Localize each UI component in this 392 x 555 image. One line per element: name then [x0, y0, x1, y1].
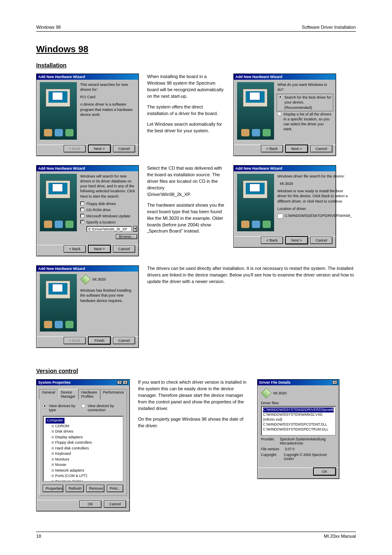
location-input[interactable]: E:\Driver\Win98_2k_XP: [86, 226, 131, 232]
wiz4-line2: Windows is now ready to install the best…: [277, 189, 352, 203]
tree-node[interactable]: Floppy disk controllers: [51, 440, 120, 446]
system-properties-window: System Properties ? × General Device Man…: [36, 379, 130, 511]
wizard-step2-window: Add New Hardware Wizard What do you want…: [233, 74, 336, 156]
driver-files-label: Driver files:: [261, 401, 336, 405]
footer-manual-name: MI.20xx Manual: [324, 534, 356, 539]
radio-view-by-type[interactable]: View devices by type: [43, 404, 76, 412]
wizard-side-graphic: [40, 82, 77, 140]
drvdetails-title: Driver File Details: [259, 380, 291, 385]
properties-button[interactable]: Properties: [43, 485, 63, 492]
wizard-side-graphic: [237, 82, 274, 140]
text-block-3: The drivers can be used directly after i…: [147, 265, 356, 289]
wiz5-device: MI.3020: [92, 277, 106, 282]
page-footer: 18 MI.20xx Manual: [36, 532, 356, 539]
text-block-4: If you want to check which driver versio…: [138, 379, 249, 433]
back-button[interactable]: < Back: [64, 337, 86, 344]
driver-file-entry[interactable]: C:\WINDOWS\SYSTEM\SPCSTDNT.DLL: [263, 422, 334, 427]
wizard-step3-window: Add New Hardware Wizard Windows will sea…: [36, 165, 139, 256]
header-left: Windows 98: [36, 25, 61, 30]
wizard-step5-window: Add New Hardware Wizard MI.3020 Windows …: [36, 265, 139, 348]
tab-device-manager[interactable]: Device Manager: [58, 389, 78, 399]
driver-files-list[interactable]: C:\WINDOWS\SYSTEM32\DRIVERS\Spcwdm.sysC:…: [261, 406, 336, 435]
tabs: General Device Manager Hardware Profiles…: [39, 389, 127, 399]
radio-display-list[interactable]: Display a list of all the drivers in a s…: [277, 112, 332, 132]
radio-view-by-connection[interactable]: View devices by connection: [81, 404, 123, 412]
footer-page-number: 18: [36, 534, 41, 539]
tree-node[interactable]: Network adapters: [51, 468, 120, 474]
radio-dot-icon: [277, 112, 281, 116]
driver-file-entry[interactable]: C:\WINDOWS\SYSTEM\SPECTRUM.DLL: [263, 427, 334, 432]
wizard-side-graphic: [40, 274, 77, 332]
check-specify-location[interactable]: Specify a location:: [80, 220, 137, 225]
cancel-button[interactable]: Cancel: [113, 337, 135, 344]
page-title: Windows 98: [36, 44, 356, 55]
next-button[interactable]: Next >: [286, 237, 308, 244]
tree-node[interactable]: CDROM: [51, 424, 120, 429]
check-msupdate[interactable]: Microsoft Windows Update: [80, 214, 137, 219]
browse-button[interactable]: Browse...: [116, 234, 137, 239]
cancel-button[interactable]: Cancel: [310, 145, 332, 152]
drvdetails-device: MI.3020: [273, 391, 287, 395]
finish-button[interactable]: Finish: [88, 337, 111, 344]
wiz4-loc-label: Location of driver:: [277, 206, 352, 211]
close-icon[interactable]: ×: [332, 380, 337, 385]
dropdown-icon[interactable]: ▼: [133, 226, 137, 232]
tree-node-spectrum[interactable]: Spectrum GmbH: [51, 479, 120, 482]
wiz1-device: PCI Card: [80, 94, 135, 99]
check-floppy[interactable]: Floppy disk drives: [80, 201, 137, 206]
tree-node[interactable]: Display adapters: [51, 435, 120, 440]
page-header: Windows 98 Software Driver Installation: [36, 25, 356, 32]
tree-node[interactable]: Keyboard: [51, 451, 120, 457]
tree-node[interactable]: Mouse: [51, 462, 120, 468]
print-button[interactable]: Print...: [107, 485, 123, 492]
tree-node[interactable]: Monitors: [51, 457, 120, 463]
header-right: Software Driver Installation: [302, 25, 356, 30]
cancel-button[interactable]: Cancel: [113, 245, 135, 253]
device-tree[interactable]: Computer CDROMDisk drivesDisplay adapter…: [43, 416, 123, 481]
wiz5-line1: Windows has finished installing the soft…: [80, 288, 135, 303]
next-button[interactable]: Next >: [88, 145, 111, 152]
check-cdrom[interactable]: CD-ROM drive: [80, 207, 137, 212]
driver-file-entry[interactable]: C:\WINDOWS\SYSTEM32\DRIVERS\Spcwdm.sys: [263, 408, 334, 412]
remove-button[interactable]: Remove: [86, 485, 104, 492]
back-button[interactable]: < Back: [261, 237, 283, 244]
cancel-button[interactable]: Cancel: [113, 145, 135, 152]
next-button[interactable]: Next >: [286, 145, 308, 152]
tree-node[interactable]: Disk drives: [51, 429, 120, 435]
ok-button[interactable]: OK: [314, 468, 336, 475]
device-diamond-icon: [261, 388, 271, 398]
text-block-1: When installing the board in a Windows 9…: [147, 74, 225, 138]
tree-root[interactable]: Computer: [46, 418, 65, 424]
cancel-button[interactable]: Cancel: [104, 500, 126, 508]
wizard-title: Add New Hardware Wizard: [38, 75, 85, 79]
provider-value: Spectrum Systementwicklung Microelectron…: [280, 437, 336, 445]
wiz4-device: MI.3020: [280, 181, 352, 186]
ok-button[interactable]: OK: [79, 500, 101, 508]
wizard-step4-window: Add New Hardware Wizard Windows driver f…: [233, 165, 336, 248]
driver-file-entry[interactable]: C:\WINDOWS\SYSTEM\WMM32.VXD (mfcmn.vxd): [263, 412, 334, 422]
tab-performance[interactable]: Performance: [100, 389, 127, 399]
text-block-2: Select the CD that was delivered with th…: [147, 165, 225, 239]
tab-hardware-profiles[interactable]: Hardware Profiles: [78, 389, 100, 399]
wiz4-loc-path: C:\WINDOWS\DESKTOP\DRIVER\WIN98_: [285, 214, 352, 218]
close-icon[interactable]: ×: [123, 380, 128, 385]
back-button[interactable]: < Back: [64, 145, 86, 152]
wiz4-line1: Windows driver file search for the devic…: [277, 174, 352, 179]
radio-dot-icon: [278, 95, 282, 99]
wiz1-line2: A device driver is a software program th…: [80, 102, 135, 117]
radio-search-best[interactable]: Search for the best driver for your devi…: [277, 94, 332, 110]
driver-file-details-window: Driver File Details × MI.3020 Driver fil…: [257, 379, 339, 479]
tree-node[interactable]: Ports (COM & LPT): [51, 473, 120, 479]
cancel-button[interactable]: Cancel: [310, 237, 332, 244]
tree-node[interactable]: Hard disk controllers: [51, 446, 120, 451]
help-icon[interactable]: ?: [117, 380, 122, 385]
wiz1-line1: This wizard searches for new drivers for…: [80, 82, 135, 92]
wiz2-prompt: What do you want Windows to do?: [277, 82, 332, 92]
back-button[interactable]: < Back: [261, 145, 283, 152]
refresh-button[interactable]: Refresh: [66, 485, 84, 492]
wizard-side-graphic: [237, 174, 274, 231]
device-diamond-icon: [80, 274, 90, 285]
next-button[interactable]: Next >: [88, 245, 111, 253]
back-button[interactable]: < Back: [64, 245, 86, 253]
tab-general[interactable]: General: [39, 389, 58, 399]
